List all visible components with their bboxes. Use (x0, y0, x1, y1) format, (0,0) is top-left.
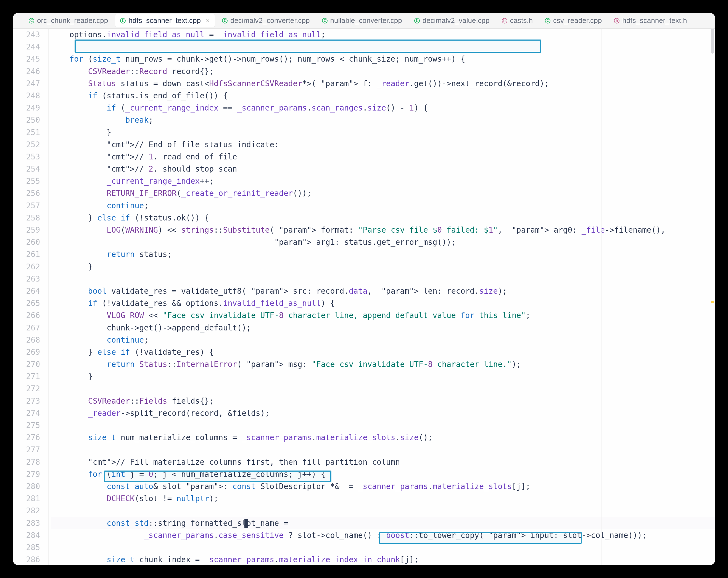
code-line[interactable]: LOG(WARNING) << strings::Substitute( "pa… (51, 224, 715, 236)
code-line[interactable]: } (51, 127, 715, 139)
code-line[interactable]: _current_range_index++; (51, 175, 715, 187)
code-line[interactable]: const auto& slot "param">: const SlotDes… (51, 480, 715, 493)
cpp-icon: C (120, 18, 126, 24)
tab-label: orc_chunk_reader.cpp (37, 16, 108, 25)
line-number: 247 (13, 78, 40, 90)
scrollbar[interactable] (710, 29, 715, 565)
line-number: 267 (13, 322, 40, 334)
scroll-marker (711, 29, 714, 54)
code-line[interactable]: return status; (51, 248, 715, 260)
tab-hdfs-scanner-text[interactable]: C hdfs_scanner_text.cpp ✕ (115, 14, 215, 27)
code-line[interactable]: "cmt">// 1. read end of file (51, 151, 715, 163)
code-line[interactable]: bool validate_res = validate_utf8( "para… (51, 285, 715, 297)
code-line[interactable]: options.invalid_field_as_null = _invalid… (51, 29, 715, 41)
line-number: 248 (13, 90, 40, 102)
code-line[interactable]: size_t chunk_index = _scanner_params.mat… (51, 554, 715, 565)
code-line[interactable]: return Status::InternalError( "param"> m… (51, 358, 715, 371)
code-line[interactable] (51, 383, 715, 395)
tab-label: nullable_converter.cpp (330, 16, 402, 25)
code-line[interactable]: const std::string formatted_slot_name = (51, 517, 715, 529)
code-line[interactable]: } (51, 371, 715, 383)
line-number: 257 (13, 200, 40, 212)
code-line[interactable]: for (size_t num_rows = chunk->get()->num… (51, 53, 715, 65)
line-number: 259 (13, 224, 40, 236)
code-line[interactable] (51, 444, 715, 456)
tab-label: hdfs_scanner_text.h (622, 16, 687, 25)
line-number: 249 (13, 102, 40, 114)
line-number: 274 (13, 407, 40, 420)
code-line[interactable]: "cmt">// Fill materialize columns first,… (51, 456, 715, 468)
line-number: 285 (13, 542, 40, 554)
tab-label: hdfs_scanner_text.cpp (128, 16, 201, 25)
code-line[interactable]: chunk->get()->append_default(); (51, 322, 715, 334)
code-line[interactable] (51, 41, 715, 53)
editor-pane: 2432442452462472482492502512522532542552… (13, 29, 715, 565)
tab-label: csv_reader.cpp (553, 16, 602, 25)
code-line[interactable]: CSVReader::Record record{}; (51, 66, 715, 78)
line-number: 244 (13, 41, 40, 53)
line-number: 245 (13, 53, 40, 65)
line-number: 276 (13, 432, 40, 444)
close-icon[interactable]: ✕ (206, 18, 210, 24)
tab-bar: C orc_chunk_reader.cpp C hdfs_scanner_te… (13, 13, 715, 29)
code-line[interactable]: for (int j = 0; j < num_materialize_colu… (51, 468, 715, 480)
code-line[interactable]: size_t num_materialize_columns = _scanne… (51, 432, 715, 444)
scroll-marker (711, 301, 714, 303)
code-line[interactable]: continue; (51, 334, 715, 346)
code-line[interactable]: if (status.is_end_of_file()) { (51, 90, 715, 102)
code-line[interactable]: "param"> arg1: status.get_error_msg()); (51, 236, 715, 248)
tab-csv-reader[interactable]: C csv_reader.cpp (540, 14, 607, 27)
cpp-icon: C (414, 18, 420, 24)
cpp-icon: C (322, 18, 328, 24)
right-margin-guide (601, 29, 601, 565)
line-number: 261 (13, 248, 40, 260)
header-icon: h (614, 18, 620, 24)
code-line[interactable]: } else if (!status.ok()) { (51, 212, 715, 224)
code-line[interactable] (51, 505, 715, 517)
code-line[interactable] (51, 273, 715, 285)
line-number: 284 (13, 529, 40, 542)
tab-label: decimalv2_converter.cpp (230, 16, 310, 25)
code-line[interactable]: break; (51, 114, 715, 126)
tab-decimalv2-converter[interactable]: C decimalv2_converter.cpp (217, 14, 315, 27)
tab-casts-h[interactable]: h casts.h (497, 14, 538, 27)
code-line[interactable]: "cmt">// 2. should stop scan (51, 163, 715, 175)
code-line[interactable] (51, 420, 715, 432)
code-line[interactable]: DCHECK(slot != nullptr); (51, 493, 715, 505)
cpp-icon: C (222, 18, 228, 24)
code-line[interactable]: if (_current_range_index == _scanner_par… (51, 102, 715, 114)
line-number: 278 (13, 456, 40, 468)
code-line[interactable]: VLOG_ROW << "Face csv invalidate UTF-8 c… (51, 309, 715, 322)
code-line[interactable]: RETURN_IF_ERROR(_create_or_reinit_reader… (51, 187, 715, 200)
tab-orc-chunk-reader[interactable]: C orc_chunk_reader.cpp (24, 14, 113, 27)
line-number: 286 (13, 554, 40, 565)
code-line[interactable]: continue; (51, 200, 715, 212)
code-line[interactable]: Status status = down_cast<HdfsScannerCSV… (51, 78, 715, 90)
code-line[interactable]: _scanner_params.case_sensitive ? slot->c… (51, 529, 715, 542)
code-line[interactable]: if (!validate_res && options.invalid_fie… (51, 297, 715, 309)
line-number: 254 (13, 163, 40, 175)
code-line[interactable]: } (51, 261, 715, 273)
tab-hdfs-scanner-text-h[interactable]: h hdfs_scanner_text.h (609, 14, 692, 27)
line-number: 246 (13, 66, 40, 78)
line-number: 263 (13, 273, 40, 285)
line-number: 269 (13, 346, 40, 358)
line-number-gutter: 2432442452462472482492502512522532542552… (13, 29, 49, 565)
line-number: 282 (13, 505, 40, 517)
editor-window: C orc_chunk_reader.cpp C hdfs_scanner_te… (13, 13, 715, 565)
code-area[interactable]: options.invalid_field_as_null = _invalid… (49, 29, 715, 565)
line-number: 253 (13, 151, 40, 163)
line-number: 260 (13, 236, 40, 248)
tab-nullable-converter[interactable]: C nullable_converter.cpp (317, 14, 407, 27)
code-line[interactable]: } else if (!validate_res) { (51, 346, 715, 358)
tab-decimalv2-value[interactable]: C decimalv2_value.cpp (409, 14, 495, 27)
code-line[interactable]: CSVReader::Fields fields{}; (51, 395, 715, 407)
line-number: 265 (13, 297, 40, 309)
code-line[interactable]: "cmt">// End of file status indicate: (51, 139, 715, 151)
code-line[interactable] (51, 542, 715, 554)
line-number: 266 (13, 309, 40, 322)
line-number: 268 (13, 334, 40, 346)
line-number: 264 (13, 285, 40, 297)
line-number: 283 (13, 517, 40, 529)
code-line[interactable]: _reader->split_record(record, &fields); (51, 407, 715, 420)
